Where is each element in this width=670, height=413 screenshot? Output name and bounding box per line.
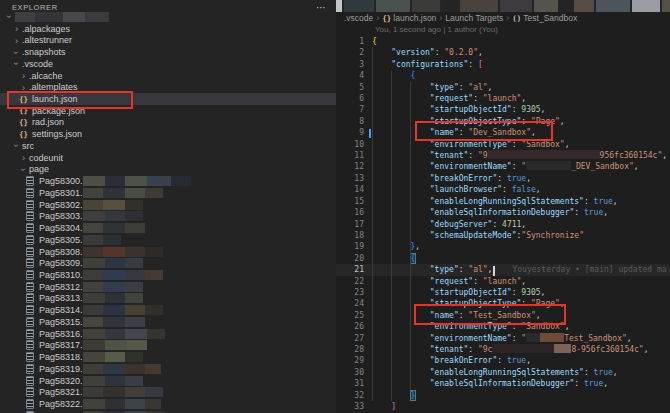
tree-item-pag58305[interactable]: Pag58305. <box>0 234 336 246</box>
code-line-23[interactable]: 23 "startupObjectId": 9305, <box>336 287 670 298</box>
tree-item-page[interactable]: page <box>0 164 336 176</box>
tree-item-snapshots[interactable]: .snapshots <box>0 46 336 58</box>
code-line-3[interactable]: 3 "configurations": [ <box>336 59 670 70</box>
code-line-32[interactable]: 32 } <box>336 390 670 401</box>
tree-item-pag58318[interactable]: Pag58318. <box>0 351 336 363</box>
tree-item-pag58312[interactable]: Pag58312. <box>0 281 336 293</box>
breadcrumb-item-launch-targets[interactable]: Launch Targets <box>445 13 503 23</box>
tree-item-rad-json[interactable]: rad.json <box>0 117 336 129</box>
tree-item-pag58319[interactable]: Pag58319. <box>0 363 336 375</box>
code-line-11[interactable]: 11 "tenant": "9956fc360154c", <box>336 150 670 161</box>
redacted-blur <box>125 211 143 221</box>
code-line-12[interactable]: 12 "environmentName": "_DEV_Sandbox", <box>336 161 670 172</box>
line-number: 24 <box>336 298 372 309</box>
code-line-22[interactable]: 22 "request": "launch", <box>336 276 670 287</box>
code-line-8[interactable]: 8 "startupObjectType": "Page", <box>336 116 670 127</box>
tree-item-pag58300[interactable]: Pag58300. <box>0 175 336 187</box>
editor-tab-redacted[interactable] <box>336 0 342 12</box>
tree-item-pag58314[interactable]: Pag58314. <box>0 304 336 316</box>
tree-item-pag58309[interactable]: Pag58309. <box>0 257 336 269</box>
editor-tab-redacted[interactable] <box>632 0 660 12</box>
tree-item-pag58315[interactable]: Pag58315. <box>0 316 336 328</box>
tree-item-pag58317[interactable]: Pag58317. <box>0 340 336 352</box>
code-token: true <box>594 368 613 377</box>
tree-item-pag58303[interactable]: Pag58303. <box>0 210 336 222</box>
editor-tab-redacted[interactable] <box>344 0 374 12</box>
code-line-19[interactable]: 19 }, <box>336 241 670 252</box>
tree-item-package-json[interactable]: package.json <box>0 105 336 117</box>
redacted-blur <box>83 364 103 374</box>
editor-tab-redacted[interactable] <box>534 0 558 12</box>
code-line-13[interactable]: 13 "breakOnError": true, <box>336 173 670 184</box>
editor-tab-redacted[interactable] <box>500 0 532 12</box>
code-line-29[interactable]: 29 "breakOnError": true, <box>336 355 670 366</box>
tree-item-altestrunner[interactable]: .altestrunner <box>0 34 336 46</box>
code-line-10[interactable]: 10 "environmentType": "Sandbox", <box>336 139 670 150</box>
code-line-17[interactable]: 17 "debugServer": 4711, <box>336 219 670 230</box>
tree-item-settings-json[interactable]: settings.json <box>0 128 336 140</box>
code-line-21[interactable]: 21 "type": "al",Youyesterday • [main] up… <box>336 264 670 275</box>
code-token: "Sandbox" <box>521 140 564 149</box>
al-file-icon <box>26 188 34 198</box>
editor-tab-redacted[interactable] <box>442 0 458 12</box>
tree-item-pag58304[interactable]: Pag58304. <box>0 222 336 234</box>
code-line-6[interactable]: 6 "request": "launch", <box>336 93 670 104</box>
codelens-blame[interactable]: You, 1 second ago | 1 author (You) <box>375 25 498 34</box>
editor-tab-redacted[interactable] <box>596 0 630 12</box>
tree-item-alcache[interactable]: .alcache <box>0 70 336 82</box>
code-line-4[interactable]: 4 { <box>336 70 670 81</box>
file-tree: .alpackages.altestrunner.snapshots.vscod… <box>0 11 336 413</box>
chevron-right-icon <box>12 23 21 34</box>
editor-tab-redacted[interactable] <box>560 0 572 12</box>
tree-item-root[interactable] <box>0 11 336 23</box>
code-line-18[interactable]: 18 "schemaUpdateMode":"Synchronize" <box>336 230 670 241</box>
tree-item-pag58308[interactable]: Pag58308. <box>0 246 336 258</box>
code-token: , <box>565 140 570 149</box>
breadcrumb-item-launch-json[interactable]: launch.json <box>382 13 436 23</box>
code-line-7[interactable]: 7 "startupObjectId": 9305, <box>336 104 670 115</box>
tree-item-pag58301[interactable]: Pag58301. <box>0 187 336 199</box>
code-token: Youyesterday • [main] updated ma <box>512 265 666 274</box>
tree-item-pag58316[interactable]: Pag58316. <box>0 328 336 340</box>
code-line-9[interactable]: 9 "name": "Dev_Sandbox", <box>336 127 670 138</box>
code-line-26[interactable]: 26 "environmentType": "Sandbox", <box>336 321 670 332</box>
tree-item-pag58321[interactable]: Pag58321. <box>0 387 336 399</box>
tree-item-alpackages[interactable]: .alpackages <box>0 23 336 35</box>
code-line-15[interactable]: 15 "enableLongRunningSqlStatements": tru… <box>336 196 670 207</box>
code-line-24[interactable]: 24 "startupObjectType": "Page", <box>336 298 670 309</box>
more-actions-icon[interactable]: ⋯ <box>316 5 326 11</box>
tree-item-pag58320[interactable]: Pag58320. <box>0 375 336 387</box>
code-line-1[interactable]: 1{ <box>336 36 670 47</box>
code-line-33[interactable]: 33 ] <box>336 401 670 412</box>
editor-tab-redacted[interactable] <box>412 0 440 12</box>
tree-item-pag58322[interactable]: Pag58322. <box>0 398 336 410</box>
editor-tab-redacted[interactable] <box>460 0 498 12</box>
code-line-25[interactable]: 25 "name": "Test_Sandbox", <box>336 310 670 321</box>
al-file-icon <box>26 340 34 350</box>
breadcrumb-item-test-sandbox[interactable]: Test_Sandbox <box>512 13 577 23</box>
breadcrumb-separator-icon <box>376 13 379 23</box>
tree-item-vscode[interactable]: .vscode <box>0 58 336 70</box>
code-line-30[interactable]: 30 "enableLongRunningSqlStatements": tru… <box>336 367 670 378</box>
tree-item-pag58310[interactable]: Pag58310. <box>0 269 336 281</box>
code-token <box>372 322 430 331</box>
code-line-2[interactable]: 2 "version": "0.2.0", <box>336 47 670 58</box>
code-line-28[interactable]: 28 "tenant": "9c8-956fc360154c", <box>336 344 670 355</box>
tree-item-altemplates[interactable]: .altemplates <box>0 81 336 93</box>
editor-tab-redacted[interactable] <box>662 0 670 12</box>
code-line-14[interactable]: 14 "launchBrowser": false, <box>336 184 670 195</box>
editor-tab-redacted[interactable] <box>574 0 594 12</box>
tree-item-src[interactable]: src <box>0 140 336 152</box>
tree-item-codeunit[interactable]: codeunit <box>0 152 336 164</box>
code-line-16[interactable]: 16 "enableSqlInformationDebugger": true, <box>336 207 670 218</box>
tree-item-pag58313[interactable]: Pag58313. <box>0 293 336 305</box>
code-line-20[interactable]: 20 { <box>336 253 670 264</box>
code-line-5[interactable]: 5 "type": "al", <box>336 82 670 93</box>
code-token: "startupObjectId" <box>430 288 512 297</box>
code-line-31[interactable]: 31 "enableSqlInformationDebugger": true, <box>336 378 670 389</box>
editor-tab-redacted[interactable] <box>376 0 410 12</box>
tree-item-launch-json[interactable]: launch.json <box>0 93 336 105</box>
code-line-27[interactable]: 27 "environmentName": "Test_Sandbox", <box>336 333 670 344</box>
breadcrumb-item-vscode[interactable]: .vscode <box>344 13 373 23</box>
tree-item-pag58302[interactable]: Pag58302. <box>0 199 336 211</box>
